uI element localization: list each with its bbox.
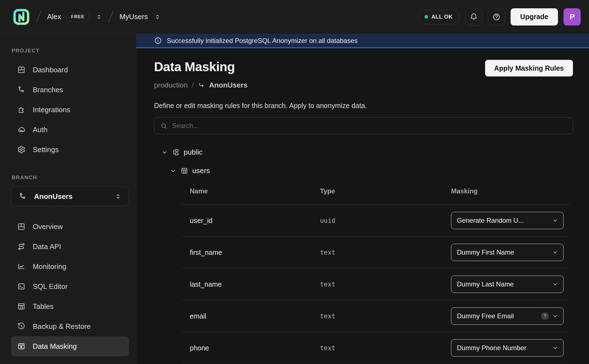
- sidebar-item[interactable]: Overview: [11, 217, 129, 237]
- masking-rule-select[interactable]: Dummy Phone Number ?: [451, 339, 564, 357]
- notifications-button[interactable]: [465, 8, 482, 25]
- chevron-down-icon[interactable]: [170, 168, 176, 174]
- chevron-down-icon: [552, 281, 558, 287]
- monitoring-icon: [17, 262, 25, 271]
- neon-logo-icon: [13, 8, 30, 25]
- project-switcher[interactable]: MyUsers: [119, 12, 161, 21]
- sidebar-item-label: Data API: [33, 242, 61, 251]
- column-name-cell: phone: [190, 344, 320, 352]
- banner-message: Successfully initialized PostgreSQL Anon…: [167, 37, 358, 45]
- sidebar-item[interactable]: Tables: [11, 296, 129, 316]
- project-name: MyUsers: [119, 12, 148, 21]
- table-header-row: Name Type Masking: [181, 181, 570, 205]
- settings-icon: [17, 145, 25, 154]
- chevrons-updown-icon: [96, 14, 102, 20]
- auth-icon: [17, 125, 25, 134]
- sidebar-item[interactable]: Data API: [11, 237, 129, 257]
- branches-icon: [19, 192, 27, 201]
- branches-icon: [17, 86, 25, 94]
- chevrons-updown-icon: [154, 14, 161, 20]
- masking-rule-select[interactable]: Dummy Free Email ?: [451, 307, 564, 325]
- neon-logo[interactable]: [13, 8, 30, 25]
- help-button[interactable]: [488, 8, 505, 25]
- breadcrumb-slash: [108, 11, 114, 23]
- tree-table-row[interactable]: users: [170, 166, 573, 175]
- success-banner: Successfully initialized PostgreSQL Anon…: [136, 34, 589, 48]
- chevrons-updown-icon: [115, 193, 121, 200]
- sidebar-branch-nav: Overview Data API Monitoring SQL Editor: [11, 217, 129, 356]
- masking-table: Name Type Masking user_id uuid: [181, 181, 570, 364]
- sidebar-item[interactable]: Branches: [11, 80, 129, 100]
- sidebar-item-label: Backup & Restore: [33, 322, 91, 331]
- search-bar: [154, 117, 573, 134]
- page-title: Data Masking: [154, 59, 235, 74]
- sidebar-item[interactable]: Auth: [11, 120, 129, 140]
- column-type-cell: text: [320, 249, 451, 256]
- chevron-down-icon[interactable]: [161, 149, 168, 156]
- sidebar-item[interactable]: Data Masking: [11, 336, 129, 356]
- column-name-cell: last_name: [190, 280, 320, 288]
- status-dot-icon: [424, 15, 428, 19]
- sidebar-item-label: Auth: [33, 125, 48, 134]
- data-masking-icon: [17, 342, 25, 350]
- apply-masking-rules-button[interactable]: Apply Masking Rules: [485, 60, 573, 76]
- chevron-down-icon: [552, 217, 558, 224]
- sidebar-item[interactable]: SQL Editor: [11, 276, 129, 296]
- sidebar-item-label: SQL Editor: [33, 282, 68, 291]
- sidebar-item-label: Tables: [33, 302, 53, 311]
- sidebar-item[interactable]: Dashboard: [11, 60, 129, 80]
- column-name-cell: user_id: [190, 217, 320, 225]
- status-badge[interactable]: ALL OK: [418, 10, 459, 24]
- dashboard-icon: [17, 66, 25, 74]
- masking-rule-select[interactable]: Generate Random U... ?: [451, 212, 564, 229]
- breadcrumb-separator: /: [192, 81, 194, 89]
- sidebar-item-label: Data Masking: [33, 342, 77, 351]
- sidebar-item[interactable]: Backup & Restore: [11, 316, 129, 336]
- tables-icon: [17, 302, 25, 311]
- table-row: email text Dummy Free Email ?: [181, 300, 570, 332]
- plan-badge: FREE: [66, 12, 90, 22]
- sidebar-item-label: Branches: [33, 86, 63, 94]
- status-label: ALL OK: [431, 14, 452, 20]
- search-input[interactable]: [172, 122, 567, 130]
- upgrade-button[interactable]: Upgrade: [511, 8, 558, 25]
- masking-rule-select[interactable]: Dummy Last Name ?: [451, 276, 564, 293]
- branch-selector-value: AnonUsers: [34, 192, 73, 201]
- sidebar-item-label: Dashboard: [33, 66, 68, 74]
- table-body: user_id uuid Generate Random U... ?: [181, 205, 570, 364]
- user-avatar[interactable]: P: [564, 8, 581, 25]
- sidebar-item[interactable]: Integrations: [11, 100, 129, 120]
- header-masking: Masking: [451, 187, 570, 195]
- backup-restore-icon: [17, 322, 25, 330]
- branch-section-label: BRANCH: [12, 175, 129, 181]
- sidebar-item[interactable]: Monitoring: [11, 257, 129, 276]
- table-row: phone text Dummy Phone Number ?: [181, 332, 570, 364]
- column-type-cell: text: [320, 281, 451, 288]
- project-section-label: PROJECT: [12, 48, 129, 54]
- chevron-down-icon: [552, 313, 558, 319]
- org-switcher[interactable]: Alex FREE: [47, 12, 102, 22]
- masking-rule-select[interactable]: Dummy First Name ?: [451, 244, 564, 261]
- masking-rule-value: Generate Random U...: [457, 217, 549, 224]
- masking-rule-value: Dummy First Name: [457, 248, 549, 256]
- table-row: first_name text Dummy First Name ?: [181, 237, 570, 268]
- breadcrumb-parent[interactable]: production: [154, 81, 188, 89]
- sidebar-item-label: Monitoring: [33, 262, 66, 271]
- masking-rule-value: Dummy Phone Number: [457, 344, 549, 352]
- sidebar-item[interactable]: Settings: [11, 140, 129, 160]
- schema-name: public: [184, 148, 203, 157]
- sql-editor-icon: [17, 282, 25, 291]
- tree-schema-row[interactable]: public: [161, 148, 573, 157]
- column-type-cell: uuid: [320, 217, 451, 224]
- branch-selector[interactable]: AnonUsers: [11, 187, 129, 206]
- chevron-down-icon: [552, 249, 558, 255]
- header-name: Name: [190, 187, 320, 195]
- overview-icon: [17, 222, 25, 231]
- sidebar-item-label: Overview: [33, 222, 63, 231]
- table-icon: [181, 167, 188, 175]
- integrations-icon: [17, 106, 25, 114]
- help-badge[interactable]: ?: [541, 312, 549, 320]
- schema-tree: public users Name Type Masking: [154, 148, 573, 364]
- column-type-cell: text: [320, 312, 451, 320]
- sidebar-project-nav: Dashboard Branches Integrations Auth: [11, 60, 129, 160]
